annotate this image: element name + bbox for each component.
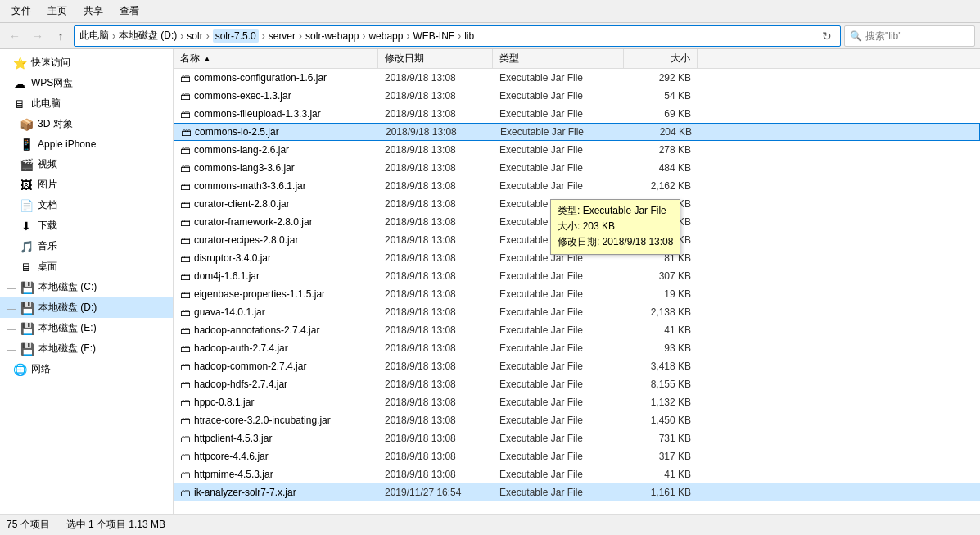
table-row[interactable]: 🗃eigenbase-properties-1.1.5.jar2018/9/18… [174,285,980,303]
sidebar-item-drive-c[interactable]: — 💾 本地磁盘 (C:) [0,277,173,297]
table-row[interactable]: 🗃commons-lang3-3.6.jar2018/9/18 13:08Exe… [174,159,980,177]
file-name-cell: 🗃ik-analyzer-solr7-7.x.jar [174,483,378,501]
forward-button[interactable]: → [28,26,47,46]
sidebar-item-wps[interactable]: ☁ WPS网盘 [0,73,173,93]
file-size-cell: 204 KB [625,124,698,140]
sidebar-item-iphone[interactable]: 📱 Apple iPhone [0,134,173,154]
file-name-cell: 🗃commons-fileupload-1.3.3.jar [174,105,378,123]
refresh-button[interactable]: ↻ [819,28,835,44]
file-name-cell: 🗃curator-framework-2.8.0.jar [174,213,378,231]
sidebar-item-desktop[interactable]: 🖥 桌面 [0,256,173,277]
sidebar-item-videos[interactable]: 🎬 视频 [0,154,173,175]
sidebar-item-quickaccess[interactable]: ⭐ 快速访问 [0,52,173,73]
table-row[interactable]: 🗃hadoop-common-2.7.4.jar2018/9/18 13:08E… [174,357,980,375]
file-size-cell: 54 KB [624,87,698,105]
file-list: 🗃commons-configuration-1.6.jar2018/9/18 … [174,69,980,514]
file-size-cell: 278 KB [624,141,698,159]
jar-icon: 🗃 [180,288,191,301]
sidebar-item-downloads[interactable]: ⬇ 下载 [0,215,173,236]
menu-bar: 文件 主页 共享 查看 [0,0,980,23]
table-row[interactable]: 🗃commons-exec-1.3.jar2018/9/18 13:08Exec… [174,87,980,105]
file-name-text: ik-analyzer-solr7-7.x.jar [194,487,296,498]
menu-view[interactable]: 查看 [111,2,147,20]
file-name-cell: 🗃hadoop-auth-2.7.4.jar [174,339,378,357]
file-type-cell: Executable Jar File [493,303,624,321]
breadcrumb-webapp[interactable]: webapp [368,30,403,42]
col-header-type[interactable]: 类型 [493,49,624,68]
breadcrumb-solr[interactable]: solr [187,30,202,42]
sidebar-item-thispc[interactable]: 🖥 此电脑 [0,93,173,114]
file-size-cell: 41 KB [624,321,698,339]
menu-home[interactable]: 主页 [39,2,75,20]
sidebar-label-documents: 文档 [38,198,57,212]
file-name-text: commons-lang3-3.6.jar [194,162,295,174]
table-row[interactable]: 🗃commons-io-2.5.jar2018/9/18 13:08Execut… [174,123,980,141]
file-name-cell: 🗃commons-lang3-3.6.jar [174,159,378,177]
breadcrumb-computer[interactable]: 此电脑 [79,29,109,43]
sidebar-item-documents[interactable]: 📄 文档 [0,195,173,215]
menu-file[interactable]: 文件 [3,2,39,20]
col-header-date[interactable]: 修改日期 [378,49,493,68]
sidebar-item-3dobjects[interactable]: 📦 3D 对象 [0,114,173,134]
table-row[interactable]: 🗃commons-configuration-1.6.jar2018/9/18 … [174,69,980,87]
jar-icon: 🗃 [180,252,191,265]
toolbar: ← → ↑ 此电脑 › 本地磁盘 (D:) › solr › solr-7.5.… [0,23,980,49]
col-date-label: 修改日期 [385,52,424,66]
sidebar-item-drive-f[interactable]: — 💾 本地磁盘 (F:) [0,338,173,359]
file-type-cell: Executable Jar File [493,141,624,159]
table-row[interactable]: 🗃hadoop-annotations-2.7.4.jar2018/9/18 1… [174,321,980,339]
address-bar[interactable]: 此电脑 › 本地磁盘 (D:) › solr › solr-7.5.0 › se… [74,25,841,47]
video-icon: 🎬 [20,158,33,171]
col-header-size[interactable]: 大小 [624,49,698,68]
breadcrumb-solrwebapp[interactable]: solr-webapp [305,30,359,42]
table-row[interactable]: 🗃commons-math3-3.6.1.jar2018/9/18 13:08E… [174,177,980,195]
up-button[interactable]: ↑ [51,26,70,46]
breadcrumb-server[interactable]: server [269,30,296,42]
file-size-cell: 292 KB [624,69,698,87]
table-row[interactable]: 🗃httpcore-4.4.6.jar2018/9/18 13:08Execut… [174,447,980,465]
breadcrumb-lib[interactable]: lib [464,30,474,42]
sidebar-item-drive-d[interactable]: — 💾 本地磁盘 (D:) [0,297,173,318]
file-date-cell: 2018/9/18 13:08 [378,339,493,357]
breadcrumb-d[interactable]: 本地磁盘 (D:) [119,29,177,43]
table-row[interactable]: 🗃guava-14.0.1.jar2018/9/18 13:08Executab… [174,303,980,321]
breadcrumb-webinf[interactable]: WEB-INF [413,30,454,42]
table-row[interactable]: 🗃httpclient-4.5.3.jar2018/9/18 13:08Exec… [174,429,980,447]
table-row[interactable]: 🗃hadoop-hdfs-2.7.4.jar2018/9/18 13:08Exe… [174,375,980,393]
table-row[interactable]: 🗃hppc-0.8.1.jar2018/9/18 13:08Executable… [174,393,980,411]
search-box[interactable]: 🔍 [844,25,975,47]
document-icon: 📄 [20,199,33,212]
file-size-cell: 93 KB [624,339,698,357]
file-name-cell: 🗃hadoop-common-2.7.4.jar [174,357,378,375]
sidebar-label-drive-c: 本地磁盘 (C:) [38,280,97,294]
file-date-cell: 2018/9/18 13:08 [378,321,493,339]
table-row[interactable]: 🗃ik-analyzer-solr7-7.x.jar2019/11/27 16:… [174,483,980,501]
table-row[interactable]: 🗃commons-lang-2.6.jar2018/9/18 13:08Exec… [174,141,980,159]
back-button[interactable]: ← [5,26,25,46]
col-header-name[interactable]: 名称 ▲ [174,49,378,68]
sidebar-item-music[interactable]: 🎵 音乐 [0,236,173,256]
jar-icon: 🗃 [180,234,191,247]
star-icon: ⭐ [13,57,26,70]
breadcrumb-solr750[interactable]: solr-7.5.0 [213,29,259,43]
file-size-cell: 69 KB [624,105,698,123]
search-input[interactable] [865,30,980,42]
sidebar-item-pictures[interactable]: 🖼 图片 [0,175,173,195]
table-row[interactable]: 🗃hadoop-auth-2.7.4.jar2018/9/18 13:08Exe… [174,339,980,357]
file-type-cell: Executable Jar File [493,285,624,303]
table-row[interactable]: 🗃commons-fileupload-1.3.3.jar2018/9/18 1… [174,105,980,123]
jar-icon: 🗃 [180,270,191,283]
sidebar-item-network[interactable]: 🌐 网络 [0,359,173,379]
file-name-cell: 🗃disruptor-3.4.0.jar [174,249,378,267]
table-row[interactable]: 🗃httpmime-4.5.3.jar2018/9/18 13:08Execut… [174,465,980,483]
file-date-cell: 2019/11/27 16:54 [378,483,493,501]
menu-share[interactable]: 共享 [75,2,111,20]
sidebar-label-downloads: 下载 [38,219,57,233]
table-row[interactable]: 🗃htrace-core-3.2.0-incubating.jar2018/9/… [174,411,980,429]
table-row[interactable]: 🗃dom4j-1.6.1.jar2018/9/18 13:08Executabl… [174,267,980,285]
file-date-cell: 2018/9/18 13:08 [378,249,493,267]
tooltip-date-value: 2018/9/18 13:08 [603,236,674,247]
sidebar-item-drive-e[interactable]: — 💾 本地磁盘 (E:) [0,318,173,338]
sidebar-label-wps: WPS网盘 [31,76,73,90]
file-name-text: dom4j-1.6.1.jar [194,270,260,282]
